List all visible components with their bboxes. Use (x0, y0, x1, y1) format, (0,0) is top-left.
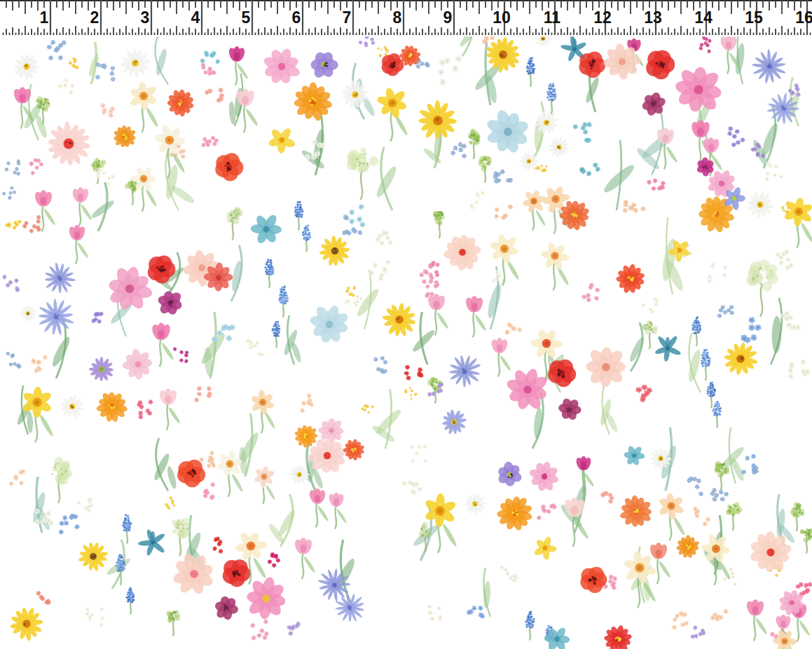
fabric-print (0, 0, 812, 649)
ruler-number: 14 (694, 8, 713, 27)
ruler-number: 7 (343, 8, 352, 27)
ruler-number: 13 (644, 8, 662, 27)
ruler-number: 1 (40, 8, 49, 27)
ruler-number: 4 (191, 8, 200, 27)
ruler-number: 3 (141, 8, 150, 27)
ruler-number: 2 (90, 8, 99, 27)
ruler-number: 16 (795, 8, 812, 27)
ruler-number: 12 (593, 8, 612, 27)
ruler-number: 10 (493, 8, 511, 27)
ruler-number: 6 (292, 8, 301, 27)
ruler-number: 11 (544, 8, 561, 27)
ruler: 12345678910111213141516 (0, 0, 812, 36)
floral-pattern (0, 0, 812, 649)
ruler-number: 15 (745, 8, 763, 27)
ruler-number: 8 (393, 8, 402, 27)
ruler-scale: 12345678910111213141516 (0, 0, 812, 36)
cosmos-flower (586, 347, 626, 387)
ruler-number: 5 (242, 8, 251, 27)
ruler-number: 9 (443, 8, 453, 27)
fabric-swatch-photo: 12345678910111213141516 (0, 0, 812, 649)
